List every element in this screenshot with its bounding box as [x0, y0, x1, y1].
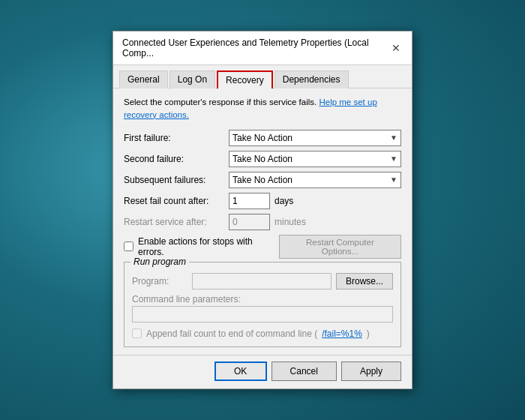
first-failure-dropdown[interactable]: Take No Action ▼	[229, 130, 401, 146]
second-failure-row: Second failure: Take No Action ▼	[124, 151, 401, 167]
dropdown-arrow-icon3: ▼	[390, 176, 398, 184]
tab-general[interactable]: General	[119, 70, 168, 88]
subsequent-failure-dropdown[interactable]: Take No Action ▼	[229, 172, 401, 188]
restart-service-label: Restart service after:	[124, 217, 229, 227]
reset-fail-unit: days	[274, 196, 293, 206]
dialog: Connected User Experiences and Telemetry…	[112, 31, 412, 388]
dropdown-arrow-icon2: ▼	[390, 154, 398, 163]
append-link: /fail=%1%	[322, 328, 362, 339]
append-row: Append fail count to end of command line…	[132, 328, 393, 339]
append-close: )	[367, 328, 370, 339]
enable-actions-label: Enable actions for stops with errors.	[138, 236, 279, 257]
close-button[interactable]: ✕	[390, 41, 403, 55]
tab-logon[interactable]: Log On	[170, 70, 215, 88]
button-row: OK Cancel Apply	[113, 355, 412, 388]
program-input	[192, 273, 332, 290]
cmdline-input	[132, 306, 393, 322]
browse-button[interactable]: Browse...	[336, 273, 393, 290]
dialog-title: Connected User Experiences and Telemetry…	[122, 38, 390, 58]
restart-computer-options-button[interactable]: Restart Computer Options...	[279, 235, 401, 259]
run-program-legend: Run program	[130, 256, 189, 267]
recovery-tab-content: Select the computer's response if this s…	[113, 88, 412, 354]
append-checkbox	[132, 328, 142, 338]
program-row: Program: Browse...	[132, 273, 393, 290]
run-program-group: Run program Program: Browse... Command l…	[124, 262, 401, 347]
apply-button[interactable]: Apply	[341, 362, 401, 381]
first-failure-label: First failure:	[124, 133, 229, 143]
restart-service-row: Restart service after: minutes	[124, 214, 401, 230]
subsequent-failure-row: Subsequent failures: Take No Action ▼	[124, 172, 401, 188]
tab-dependencies[interactable]: Dependencies	[274, 70, 349, 88]
tab-recovery[interactable]: Recovery	[217, 70, 273, 88]
tab-bar: General Log On Recovery Dependencies	[113, 65, 412, 88]
cancel-button[interactable]: Cancel	[272, 362, 337, 381]
restart-service-input	[229, 214, 270, 230]
dropdown-arrow-icon: ▼	[390, 134, 398, 142]
program-label: Program:	[132, 276, 192, 286]
append-text: Append fail count to end of command line…	[146, 328, 317, 339]
title-bar: Connected User Experiences and Telemetry…	[113, 32, 412, 65]
second-failure-label: Second failure:	[124, 154, 229, 164]
info-description: Select the computer's response if this s…	[124, 96, 401, 120]
reset-fail-input[interactable]	[229, 193, 270, 209]
reset-fail-label: Reset fail count after:	[124, 196, 229, 206]
cmdline-section: Command line parameters:	[132, 294, 393, 322]
enable-actions-row: Enable actions for stops with errors. Re…	[124, 235, 401, 259]
enable-actions-checkbox[interactable]	[124, 242, 134, 251]
first-failure-row: First failure: Take No Action ▼	[124, 130, 401, 146]
reset-fail-row: Reset fail count after: days	[124, 193, 401, 209]
subsequent-failure-label: Subsequent failures:	[124, 175, 229, 185]
restart-service-unit: minutes	[274, 217, 306, 227]
cmdline-label: Command line parameters:	[132, 294, 393, 304]
second-failure-dropdown[interactable]: Take No Action ▼	[229, 151, 401, 167]
ok-button[interactable]: OK	[214, 362, 267, 381]
